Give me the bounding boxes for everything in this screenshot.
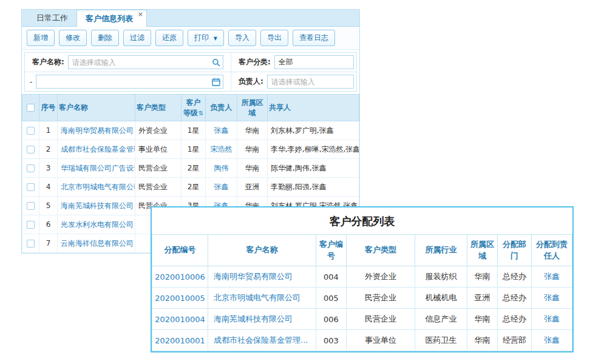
toolbar: 新增 修改 删除 过滤 还原 打印 ▼ 导入 导出 查看日志 [22, 27, 359, 50]
cell-level: 1星 [181, 140, 206, 159]
owner-input[interactable] [267, 75, 354, 89]
owner-filter: 负责人: [231, 72, 356, 91]
cell-type: 外资企业 [347, 266, 415, 288]
cell-no: 2 [39, 140, 58, 159]
import-button[interactable]: 导入 [228, 30, 256, 46]
cell-type: 民营企业 [135, 159, 181, 178]
assignee-link[interactable]: 张鑫 [544, 335, 560, 345]
table-row[interactable]: 2 成都市社会保险基金管理... 事业单位 1星 宋浩然 华南 李华,李婷,柳琳… [22, 140, 359, 159]
sort-icon[interactable]: ⇅ [198, 110, 203, 116]
tab-daily-work[interactable]: 日常工作 [28, 10, 76, 26]
cell-region: 华南 [237, 140, 268, 159]
cell-region: 华南 [237, 121, 268, 140]
allocation-no-link[interactable]: 2020010006 [155, 272, 205, 281]
cell-shared: 李勤丽,阳强,张鑫 [268, 178, 359, 197]
table-row[interactable]: 1 海南明华贸易有限公司 外资企业 1星 张鑫 华南 刘东林,罗广明,张鑫 [22, 121, 359, 140]
calendar-icon[interactable] [212, 78, 220, 86]
customer-name-link[interactable]: 海南明华贸易有限公司 [214, 272, 293, 281]
owner-link[interactable]: 张鑫 [214, 183, 229, 191]
cell-type: 外资企业 [135, 121, 181, 140]
cell-industry: 医药卫生 [415, 330, 467, 351]
delete-button[interactable]: 删除 [91, 30, 119, 46]
category-select[interactable] [274, 55, 354, 69]
customer-name-link[interactable]: 北京市明城电气有限公司 [214, 293, 300, 302]
col-header-owner[interactable]: 负责人 [206, 95, 237, 121]
cell-dept: 经营部 [498, 330, 532, 351]
add-button[interactable]: 新增 [27, 30, 55, 46]
allocation-row[interactable]: 2020010001 成都市社会保险基金管理... 003 事业单位 医药卫生 … [152, 330, 572, 351]
allocation-header-row: 分配编号 客户名称 客户编号 客户类型 所属行业 所属区域 分配部门 分配到责任… [152, 235, 572, 266]
cell-region: 华南 [467, 309, 498, 330]
category-label: 客户分类: [239, 57, 271, 67]
row-checkbox[interactable] [27, 164, 35, 172]
search-icon[interactable] [212, 58, 220, 67]
row-checkbox[interactable] [27, 127, 35, 135]
customer-name-link[interactable]: 海南芜城科技有限公司 [214, 314, 293, 323]
edit-button[interactable]: 修改 [59, 30, 87, 46]
cell-type: 民营企业 [135, 178, 181, 197]
allocation-no-link[interactable]: 2020010005 [155, 294, 205, 303]
col-header-no[interactable]: 序号 [39, 95, 58, 121]
customer-name-link[interactable]: 北京市明城电气有限公司 [61, 183, 135, 191]
allocation-row[interactable]: 2020010006 海南明华贸易有限公司 004 外资企业 服装纺织 华南 总… [152, 266, 572, 288]
allocation-no-link[interactable]: 2020010001 [155, 336, 205, 345]
cell-type: 事业单位 [347, 330, 415, 351]
close-icon[interactable]: × [138, 10, 143, 18]
cell-level: 2星 [181, 178, 206, 197]
filter-area: 客户名称: 客户分类: - [24, 52, 357, 92]
row-checkbox[interactable] [27, 221, 35, 229]
row-checkbox[interactable] [27, 202, 35, 210]
assignee-link[interactable]: 张鑫 [544, 272, 560, 281]
allocation-row[interactable]: 2020010005 北京市明城电气有限公司 005 民营企业 机械机电 亚洲 … [152, 288, 572, 309]
cell-level: 2星 [181, 159, 206, 178]
owner-link[interactable]: 宋浩然 [211, 145, 232, 153]
filter-button[interactable]: 过滤 [123, 30, 151, 46]
customer-name-link[interactable]: 海南芜城科技有限公司 [61, 201, 134, 210]
customer-name-filter: 客户名称: [25, 53, 231, 72]
cell-region: 亚洲 [237, 178, 268, 197]
owner-label: 负责人: [239, 76, 263, 87]
cell-dept: 总经办 [498, 266, 532, 288]
row-checkbox[interactable] [27, 183, 35, 191]
cell-no: 3 [39, 159, 58, 178]
cell-level: 1星 [181, 121, 206, 140]
assignee-link[interactable]: 张鑫 [544, 314, 560, 323]
customer-name-link[interactable]: 海南明华贸易有限公司 [61, 126, 134, 135]
customer-name-link[interactable]: 光发水利水电有限公司 [61, 220, 134, 229]
table-row[interactable]: 4 北京市明城电气有限公司 民营企业 2星 张鑫 亚洲 李勤丽,阳强,张鑫 [22, 178, 359, 197]
customer-name-link[interactable]: 华瑞城有限公司广告设计部 [61, 164, 135, 172]
col-header-region[interactable]: 所属区域 [237, 95, 268, 121]
row-checkbox[interactable] [27, 240, 35, 248]
customer-name-label: 客户名称: [32, 57, 64, 67]
cell-industry: 信息产业 [415, 309, 467, 330]
cell-type: 民营企业 [347, 309, 415, 330]
col-header-name[interactable]: 客户名称 [58, 95, 135, 121]
export-button[interactable]: 导出 [260, 30, 288, 46]
select-all-checkbox[interactable] [27, 104, 35, 112]
customer-name-input[interactable] [68, 55, 223, 69]
allocation-row[interactable]: 2020010004 海南芜城科技有限公司 006 民营企业 信息产业 华南 总… [152, 309, 572, 330]
allocation-no-link[interactable]: 2020010004 [155, 315, 205, 324]
restore-button[interactable]: 还原 [155, 30, 183, 46]
customer-name-link[interactable]: 成都市社会保险基金管理... [61, 145, 135, 153]
cell-region: 亚洲 [467, 288, 498, 309]
cell-no: 5 [39, 197, 58, 215]
owner-link[interactable]: 陶伟 [214, 164, 229, 172]
tab-customer-info-list[interactable]: 客户信息列表 × [76, 10, 147, 27]
date-input[interactable] [36, 75, 223, 89]
customer-name-link[interactable]: 云南海祥信息有限公司 [61, 239, 134, 248]
date-filter: - [25, 72, 231, 91]
col-header-shared[interactable]: 共享人 [268, 95, 359, 121]
row-checkbox[interactable] [27, 146, 35, 153]
cell-no: 1 [39, 121, 58, 140]
cell-type: 事业单位 [135, 140, 181, 159]
col-header-level[interactable]: 客户等级⇅ [181, 95, 206, 121]
view-log-button[interactable]: 查看日志 [293, 30, 335, 46]
assignee-link[interactable]: 张鑫 [544, 293, 560, 302]
col-header-type[interactable]: 客户类型 [135, 95, 181, 121]
print-button[interactable]: 打印 ▼ [188, 30, 224, 46]
owner-link[interactable]: 张鑫 [214, 126, 229, 135]
table-header-row: 序号 客户名称 客户类型 客户等级⇅ 负责人 所属区域 共享人 [22, 95, 359, 121]
table-row[interactable]: 3 华瑞城有限公司广告设计部 民营企业 2星 陶伟 华南 陈华健,陶伟,张鑫 [22, 159, 359, 178]
customer-name-link[interactable]: 成都市社会保险基金管理... [214, 335, 308, 345]
